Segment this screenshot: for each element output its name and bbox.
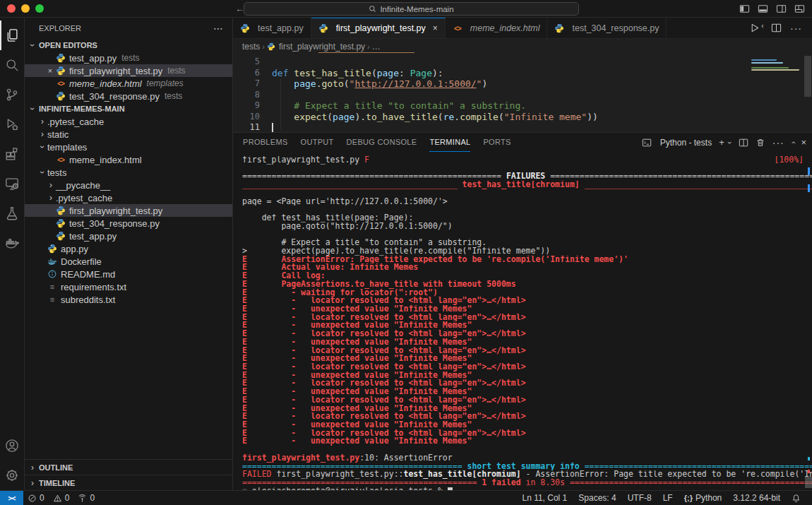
toggle-panel-icon[interactable] — [758, 4, 768, 14]
traffic-lights — [7, 4, 44, 13]
chevron-right-icon: › — [46, 193, 56, 203]
docker-whale-icon[interactable] — [0, 228, 25, 258]
terminal-profile-icon[interactable] — [642, 138, 652, 148]
breadcrumb-item[interactable]: first_playwright_test.py — [279, 42, 365, 52]
split-editor-icon[interactable] — [771, 23, 782, 33]
more-actions-icon[interactable]: ⋯ — [213, 23, 224, 34]
minimap[interactable] — [751, 57, 801, 74]
python-icon — [240, 23, 253, 33]
project-section-header[interactable]: › INFINITE-MEMES-MAIN — [25, 102, 232, 115]
tree-item[interactable]: ≡requirements.txt — [25, 280, 232, 293]
tree-item[interactable]: ›.pytest_cache — [25, 191, 232, 204]
tree-item[interactable]: first_playwright_test.py — [25, 204, 232, 217]
tree-item[interactable]: app.py — [25, 242, 232, 255]
run-python-file-icon[interactable] — [749, 23, 760, 33]
panel-tab-output[interactable]: OUTPUT — [301, 133, 334, 152]
more-actions-icon[interactable]: ··· — [790, 23, 802, 34]
code-editor[interactable]: 56def test_has_title(page: Page):7 page.… — [233, 54, 812, 132]
command-center-search[interactable]: Infinite-Memes-main — [244, 2, 579, 16]
close-icon[interactable]: × — [44, 66, 56, 75]
breadcrumb-item[interactable]: … — [372, 42, 381, 52]
search-icon[interactable] — [0, 50, 25, 80]
close-panel-icon[interactable]: × — [801, 137, 806, 148]
chevron-down-icon: › — [37, 142, 47, 152]
indent-guide — [280, 78, 281, 129]
terminal-line: FAILED first_playwright_test.py::test_ha… — [242, 470, 812, 479]
panel-tab-problems[interactable]: PROBLEMS — [243, 133, 288, 152]
tree-item[interactable]: test_304_response.py — [25, 217, 232, 230]
tree-item[interactable]: ›static — [25, 128, 232, 141]
terminal-scrollbar[interactable] — [805, 477, 812, 488]
minimize-button[interactable] — [21, 4, 30, 13]
open-editor-item[interactable]: test_app.pytests — [25, 52, 232, 64]
close-button[interactable] — [7, 4, 16, 13]
status-item[interactable] — [786, 491, 806, 505]
zoom-button[interactable] — [35, 4, 44, 13]
tree-item[interactable]: ›tests — [25, 166, 232, 179]
open-editor-item[interactable]: ×first_playwright_test.pytests — [25, 64, 232, 77]
terminal-line: E - locator resolved to <html lang="en">… — [242, 396, 812, 405]
status-item[interactable]: UTF-8 — [622, 491, 657, 505]
editor-tab[interactable]: test_app.py — [233, 18, 311, 38]
remote-explorer-icon[interactable] — [0, 169, 25, 198]
maximize-panel-icon[interactable]: › — [792, 138, 794, 147]
tree-item[interactable]: ≡subreddits.txt — [25, 293, 232, 306]
open-editors-section-header[interactable]: › OPEN EDITORS — [25, 39, 232, 52]
extensions-icon[interactable] — [0, 139, 25, 169]
remote-indicator-icon[interactable]: >< — [0, 491, 23, 505]
settings-gear-icon[interactable] — [0, 461, 25, 490]
open-editor-item[interactable]: <>meme_index.htmltemplates — [25, 77, 232, 90]
outline-section-header[interactable]: › OUTLINE — [25, 459, 232, 475]
terminal-line: ========================================… — [242, 479, 812, 487]
panel-tab-ports[interactable]: PORTS — [483, 133, 511, 152]
timeline-section-header[interactable]: › TIMELINE — [25, 475, 232, 490]
tree-item[interactable]: Dockerfile — [25, 255, 232, 268]
account-icon[interactable] — [0, 431, 25, 461]
more-actions-icon[interactable]: ··· — [772, 137, 784, 148]
tree-item[interactable]: <>meme_index.html — [25, 153, 232, 166]
text-cursor — [272, 123, 273, 132]
editor-tab[interactable]: test_304_response.py — [547, 18, 667, 38]
tab-bar: test_app.pyfirst_playwright_test.py×<>me… — [233, 18, 812, 39]
panel-tab-terminal[interactable]: TERMINAL — [429, 133, 470, 152]
add-terminal-icon[interactable]: + — [719, 137, 724, 148]
tree-item[interactable]: ›templates — [25, 141, 232, 153]
status-item[interactable]: Ln 11, Col 1 — [516, 491, 573, 505]
braces-icon: {;} — [684, 494, 693, 502]
warning-status[interactable]: 0 — [49, 491, 74, 505]
toggle-secondary-sidebar-icon[interactable] — [776, 4, 787, 14]
editor-scrollbar[interactable] — [804, 56, 811, 97]
tree-item[interactable]: ›.pytest_cache — [25, 115, 232, 128]
customize-layout-icon[interactable] — [794, 4, 805, 14]
ports-forwarded-status[interactable]: 0 — [73, 491, 99, 505]
files-explorer-icon[interactable] — [0, 20, 25, 50]
status-item[interactable]: 3.12.2 64-bit — [727, 491, 786, 505]
tree-item[interactable]: test_app.py — [25, 230, 232, 242]
editor-tab[interactable]: first_playwright_test.py× — [311, 18, 446, 38]
line-number: 10 — [233, 112, 272, 123]
terminal-line: ________________________________________… — [242, 181, 812, 189]
tree-item[interactable]: README.md — [25, 268, 232, 280]
open-editor-item[interactable]: test_304_response.pytests — [25, 90, 232, 102]
editor-tab[interactable]: <>meme_index.html — [446, 18, 548, 38]
tree-item[interactable]: ›__pycache__ — [25, 179, 232, 191]
tab-label: first_playwright_test.py — [336, 23, 426, 33]
breadcrumb-item[interactable]: tests — [242, 42, 260, 52]
terminal[interactable]: [100%]first_playwright_test.py F========… — [233, 152, 812, 490]
panel-tab-debug-console[interactable]: DEBUG CONSOLE — [347, 133, 417, 152]
close-icon[interactable]: × — [433, 23, 438, 33]
python-icon — [318, 23, 332, 33]
error-status[interactable]: 0 — [23, 491, 49, 505]
toggle-primary-sidebar-icon[interactable] — [739, 4, 750, 14]
status-item[interactable]: {;}Python — [679, 491, 728, 505]
run-debug-icon[interactable] — [0, 109, 25, 139]
status-item[interactable]: Spaces: 4 — [573, 491, 621, 505]
kill-terminal-icon[interactable] — [756, 138, 765, 148]
sidebar-title: EXPLORER — [39, 24, 81, 32]
source-control-icon[interactable] — [0, 80, 25, 109]
file-label: README.md — [61, 269, 115, 280]
html-icon: <> — [453, 25, 466, 32]
testing-flask-icon[interactable] — [0, 198, 25, 228]
split-terminal-icon[interactable] — [739, 138, 748, 148]
status-item[interactable]: LF — [657, 491, 679, 505]
